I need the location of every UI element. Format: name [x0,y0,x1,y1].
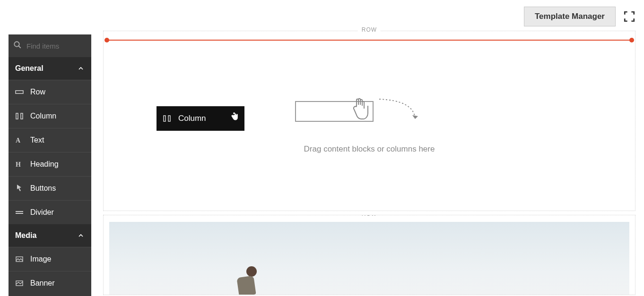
resize-handle-right[interactable] [629,38,634,42]
canvas-row-image[interactable]: ROW [103,215,635,295]
row-label: ROW [358,215,381,217]
section-label: Media [15,231,36,240]
drag-arrow-icon [377,97,423,128]
column-icon [163,115,172,122]
row-label: ROW [358,26,381,33]
grab-cursor-icon [230,112,239,123]
heading-icon: H [14,161,25,168]
divider-icon [14,210,25,215]
template-manager-button[interactable]: Template Manager [524,7,616,26]
sidebar-item-buttons[interactable]: Buttons [9,176,91,200]
sidebar-item-label: Image [30,255,51,263]
sidebar-item-banner[interactable]: Banner [9,271,91,295]
svg-rect-1 [16,91,23,93]
svg-rect-3 [21,113,23,119]
sidebar-item-label: Column [30,112,56,120]
svg-text:A: A [16,137,21,144]
sidebar-item-column[interactable]: Column [9,104,91,128]
image-icon [14,256,25,262]
svg-rect-8 [164,116,165,121]
buttons-icon [14,185,25,192]
sidebar-item-text[interactable]: A Text [9,128,91,152]
sidebar-item-label: Banner [30,279,55,288]
search-input[interactable] [26,42,78,50]
banner-image-placeholder [109,222,629,295]
sidebar-item-label: Text [30,136,44,144]
drag-hand-icon [348,95,373,124]
section-header-general[interactable]: General [9,57,91,80]
text-icon: A [14,137,25,144]
sidebar-item-divider[interactable]: Divider [9,200,91,224]
svg-rect-9 [168,116,170,121]
search-row[interactable] [9,34,91,57]
sidebar-item-heading[interactable]: H Heading [9,152,91,176]
column-icon [14,113,25,119]
fullscreen-icon[interactable] [623,10,635,23]
row-icon [14,89,25,95]
drop-zone[interactable]: Drag content blocks or columns here [295,101,444,154]
sidebar: General Row Column A Text H Heading Butt… [9,34,91,296]
svg-text:H: H [16,161,21,168]
person-silhouette [233,266,261,295]
chevron-up-icon [77,65,85,72]
sidebar-item-label: Heading [30,160,59,169]
chevron-up-icon [77,232,85,239]
section-header-media[interactable]: Media [9,224,91,247]
sidebar-item-label: Row [30,88,45,96]
resize-handle-left[interactable] [104,38,109,42]
banner-icon [14,280,25,286]
sidebar-item-label: Buttons [30,184,56,193]
svg-point-0 [14,42,19,47]
search-icon [13,41,22,51]
sidebar-item-label: Divider [30,208,54,217]
dragged-column-chip[interactable]: Column [157,106,244,131]
section-label: General [15,64,44,73]
sidebar-item-row[interactable]: Row [9,80,91,104]
drop-hint-text: Drag content blocks or columns here [304,144,435,154]
canvas[interactable]: ROW [103,31,635,296]
canvas-row-active[interactable]: ROW [103,31,635,211]
sidebar-item-image[interactable]: Image [9,247,91,271]
dragged-item-label: Column [178,114,206,123]
svg-rect-2 [16,113,18,119]
